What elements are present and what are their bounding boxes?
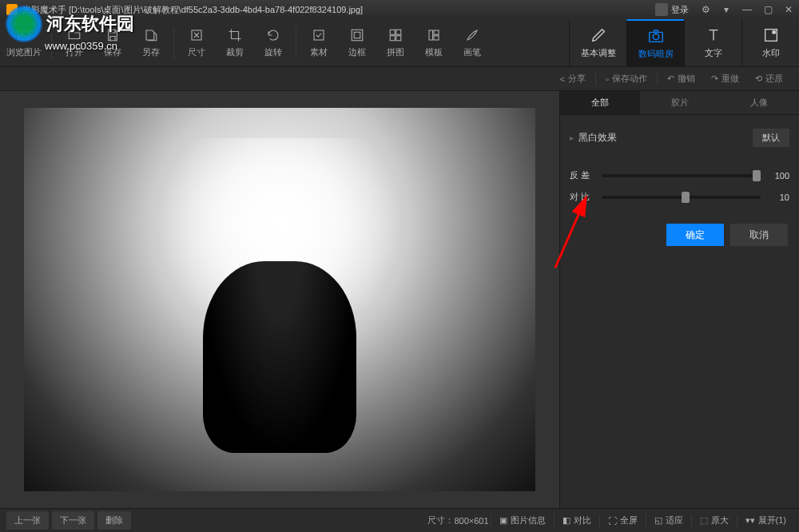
resize-icon xyxy=(189,27,205,43)
redo-icon: ↷ xyxy=(711,73,718,84)
svg-rect-5 xyxy=(352,30,363,41)
svg-rect-7 xyxy=(390,30,395,34)
filter-tab-film[interactable]: 胶片 xyxy=(640,91,720,114)
statusbar: 上一张 下一张 删除 尺寸： 800×601 ▣ 图片信息 ◧ 对比 ⛶ 全屏 … xyxy=(0,508,799,532)
saveas-button[interactable]: 另存 xyxy=(132,21,170,66)
fit-icon: ◱ xyxy=(654,515,662,526)
window-title: 光影魔术手 [D:\tools\桌面\图片\破解教程\df55c2a3-3ddb… xyxy=(22,4,649,16)
svg-rect-12 xyxy=(434,30,439,34)
cancel-button[interactable]: 取消 xyxy=(730,224,788,246)
collage-button[interactable]: 拼图 xyxy=(376,21,415,66)
dropdown-button[interactable]: ▾ xyxy=(716,0,737,19)
template-button[interactable]: 模板 xyxy=(415,21,453,66)
tab-darkroom[interactable]: 数码暗房 xyxy=(626,19,684,67)
contrast-thumb[interactable] xyxy=(753,170,761,181)
original-icon: ⬚ xyxy=(700,515,708,526)
app-icon xyxy=(6,4,18,15)
material-button[interactable]: 素材 xyxy=(300,21,338,66)
close-button[interactable]: ✕ xyxy=(778,0,799,19)
text-icon xyxy=(705,26,722,44)
save-button[interactable]: 保存 xyxy=(93,21,132,66)
original-button[interactable]: ⬚ 原大 xyxy=(694,514,735,526)
filter-tab-portrait[interactable]: 人像 xyxy=(719,91,799,114)
size-label: 尺寸： xyxy=(427,514,454,526)
rotate-icon xyxy=(265,27,281,43)
template-icon xyxy=(426,27,442,43)
restore-button[interactable]: ⟲ 还原 xyxy=(747,73,791,85)
secondary-bar: < 分享 ▫ 保存动作 ↶ 撤销 ↷ 重做 ⟲ 还原 xyxy=(0,67,799,91)
titlebar: 光影魔术手 [D:\tools\桌面\图片\破解教程\df55c2a3-3ddb… xyxy=(0,0,799,19)
tab-watermark[interactable]: 水印 xyxy=(741,19,799,67)
ratio-slider[interactable] xyxy=(602,196,761,199)
undo-button[interactable]: ↶ 撤销 xyxy=(659,73,703,85)
login-button[interactable]: 登录 xyxy=(649,3,695,16)
material-icon xyxy=(311,27,327,43)
border-button[interactable]: 边框 xyxy=(338,21,376,66)
share-icon: < xyxy=(560,74,565,84)
ratio-slider-row: 对 比 10 xyxy=(560,186,799,208)
svg-rect-10 xyxy=(396,36,401,41)
login-label: 登录 xyxy=(671,4,689,16)
collage-icon xyxy=(388,27,403,43)
brush-icon xyxy=(464,27,480,43)
prev-button[interactable]: 上一张 xyxy=(6,511,49,530)
svg-rect-13 xyxy=(434,36,439,40)
undo-icon: ↶ xyxy=(667,73,674,84)
svg-rect-9 xyxy=(390,36,395,41)
filter-tab-all[interactable]: 全部 xyxy=(560,91,640,114)
next-button[interactable]: 下一张 xyxy=(52,511,94,530)
ratio-label: 对 比 xyxy=(570,191,595,203)
crop-button[interactable]: 裁剪 xyxy=(216,21,254,66)
svg-rect-8 xyxy=(396,30,401,34)
compare-icon: ◧ xyxy=(562,515,570,526)
fullscreen-button[interactable]: ⛶ 全屏 xyxy=(602,514,644,526)
rotate-button[interactable]: 旋转 xyxy=(254,21,292,66)
ok-button[interactable]: 确定 xyxy=(666,224,724,246)
svg-point-15 xyxy=(653,34,658,39)
svg-rect-11 xyxy=(429,30,433,40)
default-button[interactable]: 默认 xyxy=(753,129,789,147)
contrast-slider-row: 反 差 100 xyxy=(560,165,799,186)
contrast-value: 100 xyxy=(767,171,789,181)
expand-button[interactable]: ▾▾ 展开(1) xyxy=(739,514,793,526)
contrast-label: 反 差 xyxy=(570,169,595,181)
crop-icon xyxy=(227,27,243,43)
share-button[interactable]: < 分享 xyxy=(552,73,594,85)
edit-icon xyxy=(590,26,607,44)
watermark-icon xyxy=(762,26,780,44)
delete-button[interactable]: 删除 xyxy=(97,511,131,530)
info-button[interactable]: ▣ 图片信息 xyxy=(493,514,552,526)
ratio-thumb[interactable] xyxy=(682,192,690,203)
contrast-slider[interactable] xyxy=(602,174,761,177)
restore-icon: ⟲ xyxy=(755,73,762,84)
brush-button[interactable]: 画笔 xyxy=(453,21,491,66)
svg-rect-4 xyxy=(314,30,324,40)
size-value: 800×601 xyxy=(454,516,488,526)
saveas-icon xyxy=(143,27,159,43)
open-button[interactable]: 打开 xyxy=(55,21,93,66)
fullscreen-icon: ⛶ xyxy=(608,516,617,526)
canvas-image xyxy=(24,108,535,491)
tab-basic[interactable]: 基本调整 xyxy=(569,19,626,67)
tab-text[interactable]: 文字 xyxy=(684,19,741,67)
compare-button[interactable]: ◧ 对比 xyxy=(556,514,598,526)
effect-name: 黑白效果 xyxy=(578,131,617,145)
border-icon xyxy=(349,27,365,43)
canvas-area[interactable] xyxy=(0,91,559,508)
main-toolbar: 浏览图片 打开 保存 另存 尺寸 裁剪 旋转 素材 边框 拼图 模板 xyxy=(0,19,799,67)
redo-button[interactable]: ↷ 重做 xyxy=(703,73,747,85)
settings-button[interactable]: ⚙ xyxy=(695,0,716,19)
save-action-button[interactable]: ▫ 保存动作 xyxy=(598,73,655,85)
fit-button[interactable]: ◱ 适应 xyxy=(648,514,690,526)
minimize-button[interactable]: — xyxy=(737,0,757,19)
effect-header[interactable]: ▸ 黑白效果 默认 xyxy=(560,123,799,152)
save-icon xyxy=(105,27,121,43)
size-button[interactable]: 尺寸 xyxy=(177,21,216,66)
browse-button[interactable]: 浏览图片 xyxy=(0,21,48,66)
svg-rect-6 xyxy=(354,32,360,38)
chevron-down-icon: ▾▾ xyxy=(745,515,755,526)
disk-icon: ▫ xyxy=(606,74,609,84)
maximize-button[interactable]: ▢ xyxy=(757,0,778,19)
image-icon xyxy=(16,27,32,43)
right-tabs: 基本调整 数码暗房 文字 水印 xyxy=(569,19,799,67)
